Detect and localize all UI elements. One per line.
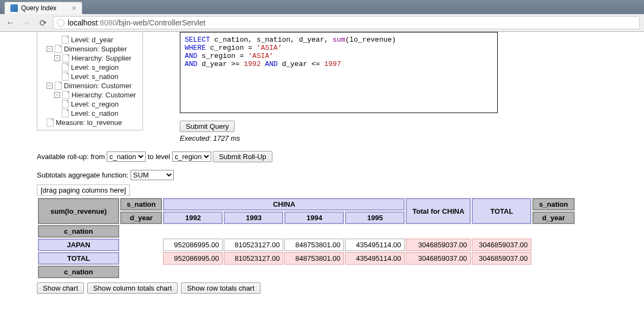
subtotals-select[interactable]: SUM: [131, 170, 174, 180]
show-chart-button[interactable]: Show chart: [37, 282, 84, 294]
page-icon: [62, 36, 69, 44]
tree-node[interactable]: −Dimension: Supplier: [39, 44, 141, 54]
total-for-china-header: Total for CHINA: [406, 198, 471, 224]
data-cell: 848753801.00: [284, 252, 344, 265]
sql-kw: AND: [185, 60, 197, 68]
url-path: /bjin-web/ControllerServlet: [116, 18, 205, 27]
sql-text: d_year <=: [282, 60, 324, 68]
row-japan[interactable]: JAPAN: [38, 239, 119, 251]
data-cell: 435495114.00: [345, 239, 405, 251]
data-cell: 952086995.00: [163, 239, 223, 251]
sql-num: 1992: [244, 60, 261, 68]
tree-label: Level: c_region: [71, 100, 119, 108]
tree-node[interactable]: −Hierarchy: Supplier: [39, 54, 141, 63]
data-cell: 810523127.00: [224, 252, 283, 265]
collapse-icon[interactable]: −: [54, 55, 60, 61]
page-icon: [62, 54, 69, 62]
data-cell: 3046859037.00: [406, 239, 471, 251]
tree-node[interactable]: −Dimension: Customer: [39, 81, 141, 90]
favicon-icon: [10, 4, 18, 12]
rollup-row: Available roll-up: from c_nation to leve…: [37, 151, 644, 162]
tree-node[interactable]: Level: s_nation: [39, 72, 141, 81]
page-icon: [62, 63, 69, 71]
measure-header: sum(lo_revenue): [38, 198, 119, 224]
year-col[interactable]: 1993: [224, 212, 283, 224]
s-nation-header[interactable]: s_nation: [120, 198, 162, 210]
tree-node[interactable]: −Hierarchy: Customer: [39, 90, 141, 100]
sql-text: c_region =: [206, 44, 257, 52]
row-total: TOTAL: [38, 252, 119, 265]
drag-columns-zone[interactable]: [drag paging columns here]: [37, 185, 130, 196]
submit-rollup-button[interactable]: Submit Roll-Up: [213, 151, 272, 162]
sql-kw: AND: [261, 60, 282, 68]
address-bar: ← → ⟳ localhost:8080/bjin-web/Controller…: [0, 14, 644, 31]
tree-node[interactable]: Level: c_nation: [39, 109, 141, 118]
page-icon: [55, 45, 62, 53]
browser-tab[interactable]: Query Index ×: [4, 2, 82, 14]
rollup-from-select[interactable]: c_nation: [107, 152, 146, 162]
tree-label: Dimension: Supplier: [64, 45, 127, 53]
tab-title: Query Index: [21, 4, 56, 12]
sql-editor[interactable]: SELECT c_nation, s_nation, d_year, sum(l…: [180, 32, 498, 113]
sql-str: 'ASIA': [257, 44, 282, 52]
collapse-icon[interactable]: −: [47, 83, 53, 89]
show-row-totals-chart-button[interactable]: Show row totals chart: [181, 282, 260, 294]
year-col[interactable]: 1995: [345, 212, 405, 224]
collapse-icon[interactable]: −: [47, 46, 53, 52]
tree-label: Dimension: Customer: [64, 82, 132, 90]
d-year-header[interactable]: d_year: [120, 212, 162, 224]
tree-node[interactable]: Level: d_year: [39, 35, 141, 44]
rollup-to-select[interactable]: c_region: [172, 152, 211, 162]
collapse-icon[interactable]: −: [54, 92, 60, 98]
col-group-china[interactable]: CHINA: [163, 198, 405, 210]
data-cell: 810523127.00: [224, 239, 283, 251]
sql-text: s_region =: [197, 52, 248, 60]
page-icon: [62, 109, 69, 117]
data-cell: 952086995.00: [163, 252, 223, 265]
sql-num: 1997: [324, 60, 341, 68]
page-icon: [62, 73, 69, 81]
tree-label: Level: s_nation: [71, 73, 118, 81]
year-col[interactable]: 1992: [163, 212, 223, 224]
tree-label: Level: s_region: [71, 63, 119, 71]
sql-kw: SELECT: [185, 36, 210, 44]
tab-bar: Query Index ×: [0, 0, 644, 14]
subtotals-row: Subtotals aggregate function: SUM: [37, 170, 644, 180]
data-cell: 3046859037.00: [472, 252, 531, 265]
back-button[interactable]: ←: [4, 17, 16, 29]
page-icon: [62, 100, 69, 108]
url-input[interactable]: localhost:8080/bjin-web/ControllerServle…: [53, 16, 640, 29]
sql-text: (lo_revenue): [345, 36, 396, 44]
site-info-icon: [57, 19, 64, 27]
s-nation-header-r[interactable]: s_nation: [532, 198, 574, 210]
sql-text: c_nation, s_nation, d_year,: [210, 36, 333, 44]
tree-label: Level: c_nation: [71, 109, 118, 117]
tree-label: Measure: lo_revenue: [56, 119, 122, 127]
browser-chrome: Query Index × ← → ⟳ localhost:8080/bjin-…: [0, 0, 644, 32]
c-nation-footer[interactable]: c_nation: [38, 266, 119, 278]
forward-button[interactable]: →: [21, 17, 32, 29]
tree-node[interactable]: Measure: lo_revenue: [39, 118, 141, 127]
tree-node[interactable]: Level: s_region: [39, 63, 141, 72]
c-nation-header[interactable]: c_nation: [38, 225, 119, 238]
data-cell: 3046859037.00: [406, 252, 471, 265]
close-tab-icon[interactable]: ×: [71, 4, 76, 12]
sql-func: sum: [333, 36, 345, 44]
sql-kw: AND: [185, 52, 197, 60]
page-icon: [47, 119, 54, 127]
submit-query-button[interactable]: Submit Query: [180, 121, 235, 132]
sql-kw: WHERE: [185, 44, 206, 52]
data-cell: 435495114.00: [345, 252, 405, 265]
data-cell: 3046859037.00: [472, 239, 531, 251]
page-icon: [55, 82, 62, 90]
reload-button[interactable]: ⟳: [37, 17, 49, 29]
year-col[interactable]: 1994: [284, 212, 344, 224]
subtotals-label: Subtotals aggregate function:: [37, 171, 128, 179]
pivot-table: sum(lo_revenue) s_nation CHINA Total for…: [37, 197, 576, 279]
tree-node[interactable]: Level: c_region: [39, 100, 141, 109]
rollup-to-label: to level: [148, 153, 170, 161]
show-column-totals-chart-button[interactable]: Show column totals chart: [87, 282, 178, 294]
schema-tree: Level: d_year −Dimension: Supplier −Hier…: [0, 32, 145, 130]
main-content: SELECT c_nation, s_nation, d_year, sum(l…: [145, 32, 644, 142]
d-year-header-r[interactable]: d_year: [532, 212, 574, 224]
